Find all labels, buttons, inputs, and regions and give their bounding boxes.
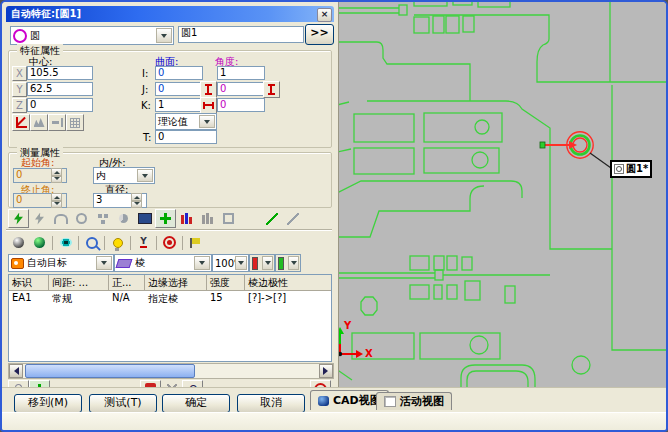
z-axis-button[interactable]: Z [12, 98, 27, 113]
chevron-down-icon[interactable] [235, 256, 247, 270]
flip-angle-vector-button[interactable] [263, 81, 280, 98]
theoretical-value-combo[interactable]: 理论值 [155, 113, 217, 130]
edge-trace2-button[interactable] [282, 209, 303, 228]
center-y-input[interactable]: 62.5 [27, 82, 93, 96]
tab-live-view[interactable]: 活动视图 [376, 392, 452, 410]
scroll-left-button[interactable] [9, 364, 23, 378]
feature-name-input[interactable]: 圆1 [178, 26, 304, 43]
flip-horizontal-button[interactable] [200, 97, 217, 114]
table-hscrollbar[interactable] [8, 363, 334, 379]
edge-trace-button[interactable] [261, 209, 282, 228]
angle-i-input[interactable]: 1 [217, 66, 265, 80]
center-z-input[interactable]: 0 [27, 98, 93, 112]
col-header[interactable]: 间距: ... [49, 275, 109, 290]
find-hole-button[interactable] [30, 114, 48, 131]
arrow-to-line-icon [52, 118, 63, 127]
col-header[interactable]: 强度 [207, 275, 245, 290]
col-header[interactable]: 标识 [9, 275, 49, 290]
target-mode-combo[interactable]: 自动目标 [8, 254, 114, 272]
measure-now-button[interactable] [8, 209, 29, 228]
measure-later-button[interactable] [29, 209, 50, 228]
t-value-input[interactable]: 0 [155, 130, 217, 144]
contrast-button[interactable] [8, 233, 29, 252]
bars-icon [202, 213, 213, 224]
flip-vector-icon [202, 83, 215, 96]
diameter-spinner[interactable] [131, 193, 142, 208]
edge-type-combo[interactable]: 棱 [114, 254, 212, 272]
i-label: I: [142, 68, 148, 79]
cancel-button[interactable]: 取消 [237, 394, 305, 413]
target-toggle-button[interactable] [155, 209, 176, 228]
chevron-down-icon[interactable] [199, 115, 215, 128]
x-axis-button[interactable]: X [12, 66, 27, 81]
angle-mode-button[interactable] [12, 114, 30, 131]
diagonal-line-icon [266, 213, 278, 225]
move-to-button[interactable]: 移到(M) [14, 394, 82, 413]
col-header[interactable]: 边缘选择 [145, 275, 207, 290]
lightning-icon [35, 213, 44, 225]
close-icon[interactable]: × [317, 8, 332, 22]
live-view-button[interactable] [55, 233, 76, 252]
color-sphere-button[interactable] [29, 233, 50, 252]
ok-button[interactable]: 确定 [162, 394, 230, 413]
view-window-button[interactable] [134, 209, 155, 228]
col-header[interactable]: 棱边极性 [245, 275, 317, 290]
end-angle-spinner[interactable] [51, 193, 62, 208]
chevron-down-icon[interactable] [156, 28, 172, 43]
flag-button[interactable] [185, 233, 206, 252]
zoom-combo[interactable]: 100% [212, 254, 249, 272]
hierarchy-button[interactable] [92, 209, 113, 228]
center-x-input[interactable]: 105.5 [27, 66, 93, 80]
surface-i-input[interactable]: 0 [155, 66, 203, 80]
sector-button[interactable] [113, 209, 134, 228]
start-angle-spinner[interactable] [51, 168, 62, 183]
angle-k-input[interactable]: 0 [217, 98, 265, 112]
chevron-down-icon[interactable] [194, 256, 210, 270]
tab-live-label: 活动视图 [400, 394, 444, 409]
illumination-button[interactable] [107, 233, 128, 252]
color1-combo[interactable] [249, 254, 275, 272]
surface-j-input[interactable]: 0 [155, 82, 203, 96]
dialog-titlebar[interactable]: 自动特征:[圆1] × [6, 6, 334, 22]
angle-j-input[interactable]: 0 [217, 82, 265, 96]
bubble-icon [11, 258, 24, 269]
expand-button[interactable]: >> [305, 24, 334, 45]
grid-button[interactable] [66, 114, 84, 131]
flip-surface-vector-button[interactable] [200, 81, 217, 98]
dialog-title: 自动特征:[圆1] [11, 7, 81, 21]
peaks-icon [34, 118, 45, 127]
table-row[interactable]: EA1 常规 N/A 指定棱 15 [?]->[?] [9, 291, 331, 305]
magnify-button[interactable] [81, 233, 102, 252]
feature-type-combo[interactable]: 圆 [10, 26, 174, 45]
circle-feature-icon [13, 29, 27, 43]
target-display-button[interactable] [159, 233, 180, 252]
cad-view[interactable]: X Y 圆1* [339, 2, 668, 387]
snap-button[interactable] [48, 114, 66, 131]
chevron-down-icon[interactable] [262, 256, 273, 270]
chevron-down-icon[interactable] [288, 256, 299, 270]
surface-k-input[interactable]: 1 [155, 98, 203, 112]
inner-outer-combo[interactable]: 内 [93, 167, 155, 184]
probe-button[interactable]: Y [133, 233, 154, 252]
magnifier-icon [86, 237, 98, 249]
point-button[interactable] [71, 209, 92, 228]
histogram2-button[interactable] [197, 209, 218, 228]
scroll-right-button[interactable] [319, 364, 333, 378]
path-button[interactable] [50, 209, 71, 228]
inner-outer-value: 内 [96, 169, 106, 183]
scroll-thumb[interactable] [25, 364, 195, 378]
color2-combo[interactable] [275, 254, 301, 272]
chevron-down-icon[interactable] [96, 256, 112, 270]
histogram-button[interactable] [176, 209, 197, 228]
test-button[interactable]: 测试(T) [89, 394, 157, 413]
feature-callout[interactable]: 圆1* [610, 160, 652, 178]
edge-table: 标识 间距: ... 正... 边缘选择 强度 棱边极性 EA1 常规 N/A … [8, 274, 332, 362]
measure-toolbar [8, 209, 303, 228]
col-header[interactable]: 正... [109, 275, 145, 290]
edge-type-value: 棱 [135, 256, 145, 270]
tab-cad-label: CAD视图 [333, 393, 381, 408]
chevron-down-icon[interactable] [137, 169, 153, 182]
region-button[interactable] [218, 209, 239, 228]
axis-y-label: Y [344, 320, 351, 331]
y-axis-button[interactable]: Y [12, 82, 27, 97]
